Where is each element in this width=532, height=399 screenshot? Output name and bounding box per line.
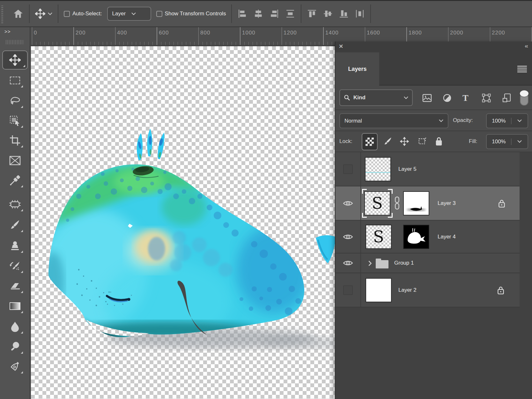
clone-stamp-tool[interactable] [5,237,25,255]
tab-layers[interactable]: Layers [336,52,379,86]
auto-select-target-dropdown[interactable]: Layer [107,7,151,21]
separator [29,4,30,23]
panel-tab-bar: Layers [336,52,532,86]
layer-name[interactable]: Layer 4 [438,234,456,240]
ruler-label: 1000 [242,30,255,36]
visibility-toggle[interactable] [336,221,361,253]
layer-row-layer-4[interactable]: S Layer 4 [336,221,520,253]
auto-select-label: Auto-Select: [72,11,102,17]
transparency-checker-icon [366,138,374,146]
layer-mask-thumbnail[interactable] [403,225,429,249]
layer-mask-thumbnail[interactable] [403,191,429,215]
panel-title: Layers [348,66,366,72]
layer-name[interactable]: Layer 3 [438,200,456,207]
chevron-down-icon [439,119,443,122]
align-left-edges-icon[interactable] [238,9,247,18]
spout-leaves [137,129,165,160]
separator [301,4,301,23]
eyedropper-tool[interactable] [5,171,25,189]
lock-icon [498,199,505,208]
align-horizontal-centers-icon[interactable] [254,9,263,18]
ruler-label: 1400 [325,30,339,36]
collapse-panel-icon[interactable]: ‹‹ [525,42,528,49]
toolbar-grip[interactable] [6,40,24,44]
dodge-tool[interactable] [5,338,25,356]
home-button[interactable] [0,1,29,26]
fill-label: Fill: [469,138,477,145]
frame-tool[interactable] [5,152,25,169]
lock-pixels-brush-icon[interactable] [383,137,392,146]
lock-transparency-button[interactable] [362,133,378,150]
eraser-icon [9,281,21,291]
distribute-horizontal-centers-icon[interactable] [355,9,364,18]
lock-position-icon[interactable] [400,137,409,146]
options-bar-grip[interactable] [1,5,3,23]
layer-name[interactable]: Group 1 [394,260,414,266]
lock-label: Lock: [339,138,352,145]
distribute-vertical-centers-icon[interactable] [286,9,295,18]
layer-thumbnail[interactable] [366,278,392,302]
thumbnail-letter: S [373,229,384,245]
align-top-edges-icon[interactable] [307,9,316,18]
gradient-tool[interactable] [5,297,25,315]
lock-artboard-icon[interactable] [417,137,427,146]
current-tool-button[interactable] [30,1,57,26]
crop-tool[interactable] [5,132,25,149]
lasso-tool[interactable] [5,92,25,110]
align-bottom-edges-icon[interactable] [339,9,348,18]
pen-tool[interactable] [5,358,25,375]
layer-row-layer-2[interactable]: Layer 2 [336,273,520,307]
visibility-toggle[interactable] [336,152,361,186]
eraser-tool[interactable] [5,277,25,295]
opacity-value-box[interactable]: 100% [486,113,528,128]
shape-icon [482,93,491,103]
filter-smart-objects[interactable] [502,86,512,110]
filter-type-layers[interactable]: T [462,86,469,110]
show-transform-checkbox[interactable] [156,11,162,17]
toolbar-expand-button[interactable]: >> [4,29,11,34]
filter-pixel-layers[interactable] [422,86,432,110]
blur-tool[interactable] [5,318,25,335]
layer-row-layer-5[interactable]: Layer 5 [336,152,520,186]
filter-shape-layers[interactable] [482,86,491,110]
group-folder-icon [375,258,389,269]
crop-icon [10,135,20,146]
separator [231,4,232,23]
align-right-edges-icon[interactable] [270,9,279,18]
move-icon [35,9,45,19]
filter-toggle[interactable] [520,86,528,110]
layer-thumbnail[interactable] [365,157,391,181]
visibility-toggle[interactable] [336,186,361,220]
thumbnail-selection-brackets: S [362,189,393,218]
align-vertical-centers-icon[interactable] [323,9,332,18]
object-selection-tool[interactable] [5,112,25,130]
layer-name[interactable]: Layer 5 [398,166,417,172]
fill-value-box[interactable]: 100% [486,134,528,149]
visibility-toggle[interactable] [336,253,361,273]
blend-mode-dropdown[interactable]: Normal [339,113,448,128]
healing-brush-tool[interactable] [5,195,25,213]
lock-all-icon[interactable] [435,137,443,146]
move-tool[interactable] [2,50,28,70]
layer-row-layer-3[interactable]: S Layer 3 [336,186,520,221]
filter-toggle-pill-icon [520,90,528,106]
layer-thumbnail[interactable]: S [364,191,390,215]
auto-select-checkbox[interactable] [64,11,70,17]
layer-thumbnail[interactable]: S [366,225,392,249]
dodge-icon [10,341,20,352]
home-icon [13,9,24,19]
visibility-toggle[interactable] [336,273,361,307]
history-brush-tool[interactable] [5,257,25,275]
marquee-tool[interactable] [5,72,25,89]
link-icon[interactable] [394,196,400,210]
mask-content [404,192,429,215]
layer-row-group-1[interactable]: Group 1 [336,253,520,273]
brush-tool[interactable] [5,216,25,234]
filter-kind-dropdown[interactable]: Kind [339,89,413,106]
layer-name[interactable]: Layer 2 [398,287,417,293]
close-icon[interactable]: ✕ [339,43,343,50]
disclosure-chevron-icon[interactable] [368,260,372,267]
filter-adjustment-layers[interactable] [443,86,452,110]
panel-menu-icon[interactable] [517,66,527,73]
object-selection-icon [9,115,21,126]
